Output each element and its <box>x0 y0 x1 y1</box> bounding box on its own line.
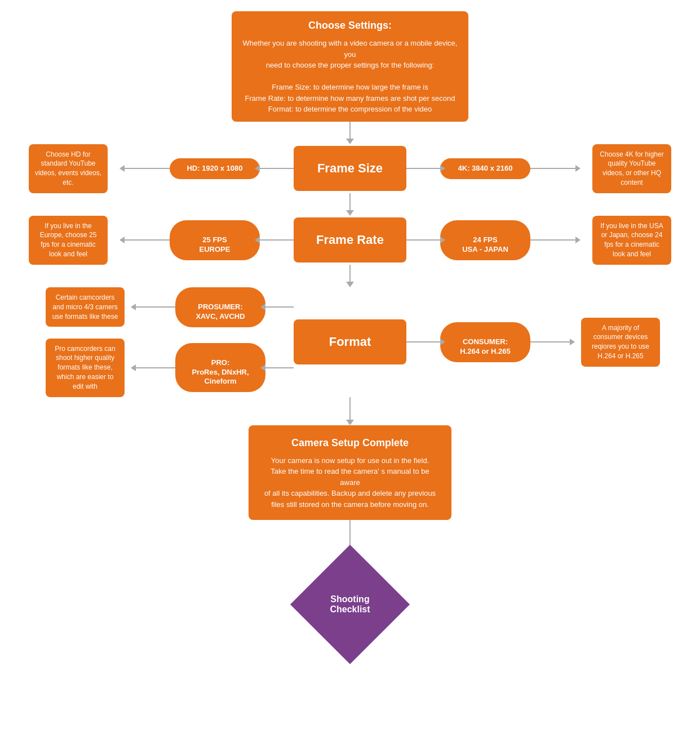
arrow-to-framesize <box>346 122 354 144</box>
note-prosumer-text: Certain camcorders and micro 4/3 camers … <box>52 293 118 321</box>
complete-line2: Take the time to read the camera' s manu… <box>261 466 439 488</box>
ah-left-25fps2 <box>255 237 260 243</box>
top-line2: need to choose the proper settings for t… <box>241 60 459 71</box>
line-note-pro <box>136 367 175 368</box>
prosumer-label: PROSUMER: XAVC, AVCHD <box>196 303 245 321</box>
consumer-label: CONSUMER: H.264 or H.265 <box>460 337 511 355</box>
line-note-prosumer <box>136 306 175 308</box>
ah-right-24fps2 <box>575 237 581 243</box>
complete-box: Camera Setup Complete Your camera is now… <box>249 425 451 521</box>
note-24fps-text: If you live in the USA or Japan, choose … <box>600 222 663 258</box>
flowchart: Choose Settings: Whether you are shootin… <box>0 11 700 672</box>
line-pro-center <box>265 367 294 368</box>
ah-right-consumer2 <box>570 339 575 345</box>
frame-rate-node: Frame Rate <box>294 217 406 263</box>
line-center-4k <box>406 168 440 169</box>
note-25fps-text: If you live in the Europe, choose 25 fps… <box>40 222 97 258</box>
line-consumer-note <box>530 341 570 342</box>
fps24-pill: 24 FPS USA - JAPAN <box>440 220 530 260</box>
top-line6: Format: to determine the compression of … <box>241 104 459 115</box>
format-node: Format <box>294 319 406 364</box>
frame-size-label: Frame Size <box>317 161 383 176</box>
ah-left-hd <box>119 165 125 172</box>
arrowhead-1 <box>346 139 354 144</box>
arrowhead-2 <box>346 210 354 216</box>
v-line-4 <box>349 397 351 420</box>
note-consumer-box: A majority of consumer devices reqiores … <box>581 318 660 367</box>
line-center-24fps <box>406 239 440 241</box>
shooting-checklist-label: Shooting Checklist <box>308 589 392 620</box>
line-note-hd <box>125 168 170 169</box>
ah-left-pro <box>131 364 136 371</box>
note-consumer-text: A majority of consumer devices reqiores … <box>592 324 649 360</box>
note-4k-box: Choose 4K for higher quality YouTube vid… <box>592 144 671 193</box>
v-line-5 <box>349 520 351 548</box>
top-info-box: Choose Settings: Whether you are shootin… <box>232 11 468 122</box>
note-hd-text: Choose HD for standard YouTube videos, e… <box>35 150 101 186</box>
ah-right-4k2 <box>575 165 581 172</box>
pro-pill: PRO: ProRes, DNxHR, Cineform <box>175 343 265 393</box>
note-24fps-box: If you live in the USA or Japan, choose … <box>592 216 671 265</box>
ah-left-prosumer <box>131 304 136 310</box>
line-center-consumer <box>406 341 440 342</box>
ah-right-4k <box>440 165 445 172</box>
diamond-shape: Shooting Checklist <box>290 545 410 664</box>
fps24-label: 24 FPS USA - JAPAN <box>462 235 508 253</box>
note-prosumer-box: Certain camcorders and micro 4/3 camers … <box>46 287 125 327</box>
format-row: Certain camcorders and micro 4/3 camers … <box>0 287 700 397</box>
note-pro-box: Pro camcorders can shoot higher quality … <box>46 339 125 397</box>
ah-right-24fps <box>440 237 445 243</box>
top-title: Choose Settings: <box>241 18 459 33</box>
ah-left-prosumer2 <box>260 304 265 310</box>
frame-size-row: Choose HD for standard YouTube videos, e… <box>0 144 700 193</box>
k4-label: 4K: 3840 x 2160 <box>458 164 513 172</box>
pro-label: PRO: ProRes, DNxHR, Cineform <box>192 358 249 386</box>
line-25fps-center <box>260 239 294 241</box>
ah-left-25fps <box>119 237 125 243</box>
consumer-pill: CONSUMER: H.264 or H.265 <box>440 322 530 362</box>
ah-left-hd2 <box>255 165 260 172</box>
v-line-3 <box>349 265 351 282</box>
format-label: Format <box>329 335 371 349</box>
hd-label: HD: 1920 x 1080 <box>187 164 242 172</box>
complete-line4: files still stored on the camera before … <box>261 499 439 510</box>
v-line-1 <box>349 122 351 139</box>
arrowhead-4 <box>346 420 354 425</box>
ah-right-consumer <box>440 339 445 345</box>
complete-line1: Your camera is now setup for use out in … <box>261 455 439 466</box>
fps25-pill: 25 FPS EUROPE <box>170 220 260 260</box>
complete-title: Camera Setup Complete <box>261 435 439 451</box>
shooting-checklist-diamond[interactable]: Shooting Checklist <box>299 554 401 655</box>
arrow-to-format <box>346 265 354 287</box>
arrow-to-framerate <box>346 193 354 216</box>
complete-line3: of all its capabilities. Backup and dele… <box>261 488 439 499</box>
arrowhead-3 <box>346 282 354 287</box>
k4-pill: 4K: 3840 x 2160 <box>440 158 530 179</box>
line-hd-center <box>260 168 294 169</box>
v-line-2 <box>349 193 351 210</box>
top-line4: Frame Size: to determine how large the f… <box>241 82 459 93</box>
fps25-label: 25 FPS EUROPE <box>200 235 231 253</box>
line-4k-note <box>530 168 575 169</box>
prosumer-pill: PROSUMER: XAVC, AVCHD <box>175 287 265 327</box>
note-pro-text: Pro camcorders can shoot higher quality … <box>55 345 115 390</box>
frame-rate-row: If you live in the Europe, choose 25 fps… <box>0 216 700 265</box>
note-hd-box: Choose HD for standard YouTube videos, e… <box>29 144 108 193</box>
top-line5: Frame Rate: to determine how many frames… <box>241 93 459 104</box>
line-24fps-note <box>530 239 575 241</box>
note-25fps-box: If you live in the Europe, choose 25 fps… <box>29 216 108 265</box>
note-4k-text: Choose 4K for higher quality YouTube vid… <box>600 150 663 186</box>
line-prosumer-center <box>265 306 294 308</box>
arrow-to-complete <box>346 397 354 425</box>
line-note-25fps <box>125 239 170 241</box>
hd-pill: HD: 1920 x 1080 <box>170 158 260 179</box>
ah-left-pro2 <box>260 364 265 371</box>
frame-rate-label: Frame Rate <box>316 233 384 247</box>
top-line1: Whether you are shooting with a video ca… <box>241 38 459 60</box>
frame-size-node: Frame Size <box>294 146 406 191</box>
